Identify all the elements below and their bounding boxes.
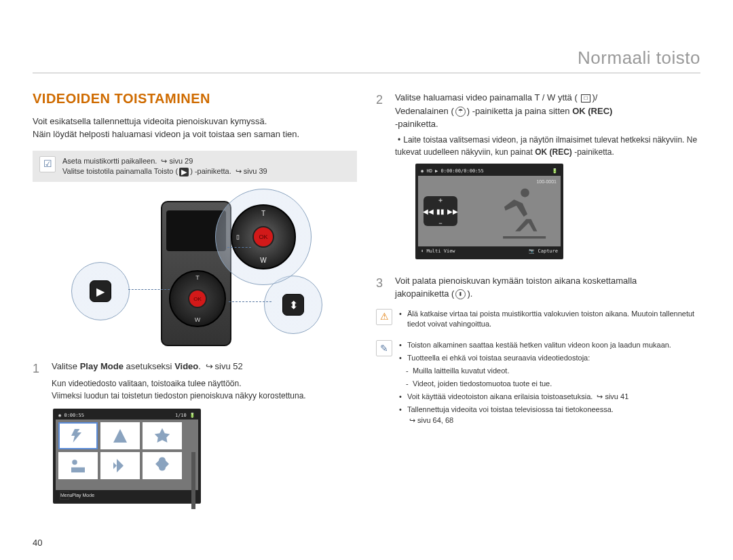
page-header-title: Normaali toisto	[33, 48, 700, 73]
arrow-icon: ↪	[409, 415, 415, 426]
step3-b: jakopainiketta (	[395, 288, 454, 299]
prev-icon: ◀◀	[423, 206, 434, 217]
thumbnail	[100, 452, 140, 479]
prerequisite-box: ☑ Aseta muistikortti paikalleen. ↪sivu 2…	[33, 151, 357, 183]
greybox-line2-ref: sivu 39	[244, 167, 267, 175]
arrow-icon: ↪	[206, 360, 213, 373]
steps-left: Valitse Play Mode asetukseksi Video. ↪si…	[33, 360, 357, 402]
lcd-preview-thumbnails: ◉ 0:00:55 1/10 🔋 Menu Play Mode	[53, 409, 201, 504]
step3-a: Voit palata pienoiskuvan kymään toiston …	[395, 276, 637, 286]
device-illustration: T W OK ▶ ⬍ T W ▯ OK	[59, 194, 331, 350]
step2-l1b: )/	[592, 92, 597, 102]
step2-l2b: ) -painiketta ja paina sitten	[467, 106, 572, 116]
step2-desc1b: OK (REC)	[535, 147, 572, 157]
callout-play-button: ▶	[71, 262, 130, 320]
warning-icon: ⚠	[376, 309, 392, 325]
next-icon: ▶▶	[447, 206, 458, 217]
left-column: VIDEOIDEN TOISTAMINEN Voit esikatsella t…	[33, 86, 357, 504]
arrow-icon: ↪	[597, 392, 603, 403]
share-icon: ⬍	[282, 294, 304, 316]
playback-controls-overlay: ＋ ◀◀ ▮▮ ▶▶ －	[424, 196, 457, 226]
pause-icon: ▮▮	[436, 206, 445, 217]
intro-line2: Näin löydät helposti haluamasi videon ja…	[33, 129, 299, 139]
lcd2-multiview: Multi View	[426, 248, 455, 254]
info-l3a: Voit käyttää videotoiston aikana erilais…	[407, 392, 593, 400]
page-number: 40	[33, 538, 42, 548]
steps-right: Valitse haluamasi video painamalla T / W…	[376, 91, 700, 301]
step2-ok: OK (REC)	[572, 106, 612, 116]
warning-note: ⚠ Älä katkaise virtaa tai poista muistik…	[376, 309, 700, 333]
step2-l3: -painiketta.	[395, 119, 438, 129]
step1-bold1: Play Mode	[80, 361, 124, 371]
greybox-line1-ref: sivu 29	[169, 157, 193, 165]
info-l3b: sivu 41	[605, 392, 628, 400]
arrow-icon: ↪	[161, 156, 167, 166]
step1-desc2: Viimeksi luodun tai toistetun tiedoston …	[52, 391, 306, 400]
check-icon: ☑	[39, 156, 56, 172]
thumbnail	[143, 452, 182, 479]
callout-wheel: T W ▯ OK	[215, 189, 312, 285]
intro-text: Voit esikatsella tallennettuja videoita …	[33, 115, 357, 141]
greybox-line2b: ) -painiketta.	[190, 167, 231, 175]
callout-share-button: ⬍	[264, 276, 322, 334]
play-icon: ▶	[179, 168, 189, 176]
warn-line1: Älä katkaise virtaa tai poista muistikor…	[407, 310, 629, 318]
play-mode-icon: ▶	[90, 280, 111, 302]
greybox-line1a: Aseta muistikortti paikalleen.	[62, 157, 157, 165]
lcd1-time: 0:00:55	[64, 413, 84, 418]
lcd1-count: 1/10	[175, 413, 187, 418]
step1-b: asetukseksi	[124, 361, 174, 371]
multiview-icon: ☐	[581, 94, 590, 102]
info-l1: Toiston alkaminen saattaa kestää hetken …	[407, 341, 671, 349]
lcd2-time: 0:00:00/0:00:55	[441, 168, 484, 174]
info-l4a: Tallennettuja videoita voi toistaa telev…	[407, 405, 614, 413]
step1-ref: sivu 52	[215, 361, 243, 371]
step1-a: Valitse	[52, 361, 80, 371]
underwater-icon: ☂	[455, 107, 466, 117]
step2-desc1c: -painiketta.	[572, 147, 614, 157]
step1-desc1: Kun videotiedosto valitaan, toistoaika t…	[52, 379, 242, 388]
info-l4b: sivu 64, 68	[417, 416, 453, 424]
info-note: ✎ Toiston alkaminen saattaa kestää hetke…	[376, 340, 700, 428]
zoom-out-icon: －	[437, 218, 444, 228]
right-column: Valitse haluamasi video painamalla T / W…	[376, 86, 700, 504]
share-icon: ⬍	[455, 289, 466, 299]
ok-rec-button: OK	[188, 289, 207, 308]
zoom-in-icon: ＋	[437, 195, 444, 205]
step2-l1a: Valitse haluamasi video painamalla T / W…	[395, 92, 578, 102]
info-l2b: Videot, joiden tiedostomuotoa tuote ei t…	[413, 379, 552, 388]
info-l2a: Muilla laitteilla kuvatut videot.	[413, 367, 509, 375]
greybox-line2a: Valitse toistotila painamalla Toisto (	[62, 167, 178, 175]
step2-l2a: Vedenalainen (	[395, 106, 454, 116]
lcd2-capture: Capture	[538, 248, 558, 254]
thumbnail	[58, 452, 98, 479]
lcd-preview-playback: ◉ HD ▶ 0:00:00/0:00:55 🔋 100-0001 ＋	[415, 164, 563, 259]
thumbnail	[100, 422, 140, 449]
step1-c: .	[198, 361, 203, 371]
svg-point-0	[72, 460, 77, 465]
step1-bold2: Video	[174, 361, 198, 371]
lcd1-mode: Play Mode	[72, 493, 94, 498]
info-l2: Tuotteella ei ehkä voi toistaa seuraavia…	[407, 354, 590, 362]
info-icon: ✎	[376, 340, 392, 356]
arrow-icon: ↪	[236, 166, 242, 176]
skater-silhouette	[490, 181, 554, 242]
section-title: VIDEOIDEN TOISTAMINEN	[33, 91, 357, 107]
lcd2-hd: HD	[426, 168, 432, 174]
svg-rect-1	[71, 467, 85, 472]
lcd1-menu: Menu	[60, 491, 69, 500]
thumbnail-selected	[58, 422, 98, 449]
intro-line1: Voit esikatsella tallennettuja videoita …	[33, 116, 267, 126]
thumbnail	[143, 422, 182, 449]
step3-c: ).	[467, 288, 472, 299]
